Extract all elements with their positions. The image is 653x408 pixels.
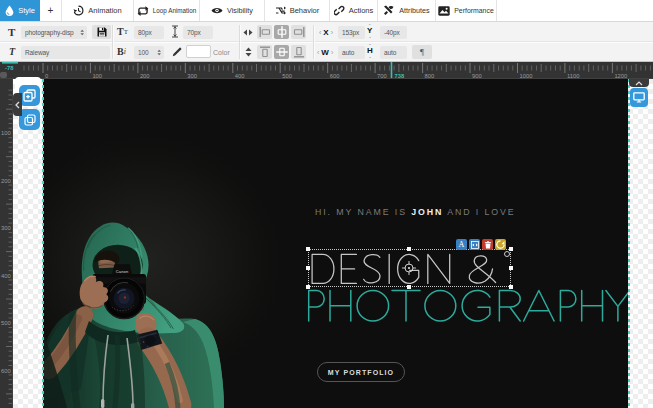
svg-text:300: 300 (187, 73, 197, 79)
svg-text:900: 900 (472, 73, 482, 79)
svg-text:1200: 1200 (614, 73, 627, 79)
svg-text:600: 600 (330, 73, 340, 79)
svg-text:400: 400 (1, 273, 11, 279)
svg-text:500: 500 (282, 73, 292, 79)
svg-text:1100: 1100 (567, 73, 579, 79)
svg-text:100: 100 (1, 130, 11, 136)
svg-text:0: 0 (45, 73, 48, 79)
svg-text:300: 300 (1, 225, 11, 231)
svg-text:800: 800 (425, 73, 435, 79)
svg-text:738: 738 (395, 73, 405, 79)
svg-text:100: 100 (92, 73, 102, 79)
svg-text:200: 200 (140, 73, 150, 79)
svg-text:700: 700 (377, 73, 387, 79)
svg-text:600: 600 (1, 368, 11, 374)
svg-text:-78: -78 (5, 65, 14, 71)
svg-text:400: 400 (235, 73, 245, 79)
svg-text:500: 500 (1, 320, 11, 326)
svg-text:1000: 1000 (520, 73, 533, 79)
svg-text:200: 200 (1, 178, 11, 184)
